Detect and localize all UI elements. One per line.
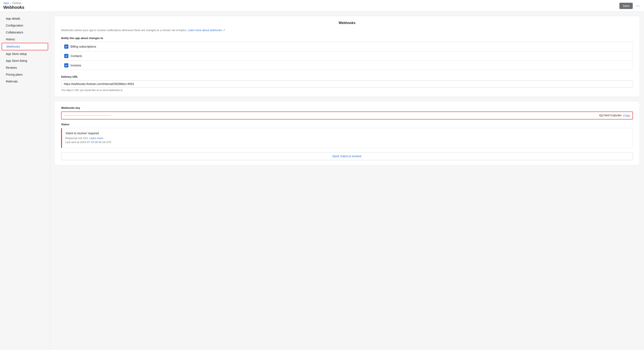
breadcrumb: Apps › Fivetran <box>3 2 24 5</box>
breadcrumb-apps[interactable]: Apps <box>3 2 9 5</box>
billing-checkbox-checked <box>64 45 68 49</box>
status-response-detail: Response not 2XX. Learn more <box>65 137 630 140</box>
status-error-title: 'Intent to receive' required <box>65 132 630 135</box>
learn-more-webhooks-link[interactable]: Learn more about webhooks ↗ <box>188 29 225 32</box>
copy-key-button[interactable]: Copy <box>623 114 630 117</box>
contacts-label: Contacts <box>70 54 82 58</box>
sidebar-item-history[interactable]: History <box>2 36 48 43</box>
webhooks-key-field: •••••••••••••••••••••••••••••• lQzYWXYUq… <box>61 111 633 119</box>
sidebar-item-app-store-listing[interactable]: App Store listing <box>2 57 48 64</box>
send-intent-button[interactable]: Send 'Intent to receive' <box>61 152 633 160</box>
sidebar-item-reviews[interactable]: Reviews <box>2 64 48 71</box>
page-title: Webhooks <box>3 5 24 10</box>
breadcrumb-sep: › <box>10 2 11 5</box>
contacts-checkbox-checked <box>64 54 68 58</box>
notify-label: Notify this app about changes to <box>61 37 633 40</box>
webhooks-section-title: Webhooks <box>61 21 633 25</box>
top-bar: Apps › Fivetran Webhooks Save ⋯ <box>0 0 644 12</box>
checkmark-icon <box>65 64 68 67</box>
sidebar-item-pricing-plans[interactable]: Pricing plans <box>2 71 48 78</box>
breadcrumb-fivetran: Fivetran <box>12 2 21 5</box>
save-button[interactable]: Save <box>620 3 633 9</box>
invoices-checkbox-checked <box>64 63 68 67</box>
sidebar: App details Configuration Collaborators … <box>0 12 50 350</box>
webhooks-description: Webhooks allows your app to receive noti… <box>61 28 633 32</box>
more-options-button[interactable]: ⋯ <box>634 2 641 10</box>
ellipsis-icon: ⋯ <box>635 3 640 9</box>
main-content: Webhooks Webhooks allows your app to rec… <box>50 12 644 350</box>
checkmark-icon <box>65 45 68 48</box>
billing-label: Billing subscriptions <box>70 45 96 48</box>
top-bar-left: Apps › Fivetran Webhooks <box>3 2 24 10</box>
layout: App details Configuration Collaborators … <box>0 12 644 350</box>
invoices-checkbox-item[interactable]: Invoices <box>61 61 633 70</box>
delivery-url-label: Delivery URL <box>61 75 633 78</box>
webhooks-key-section: Webhooks key •••••••••••••••••••••••••••… <box>54 101 640 165</box>
status-last-sent: Last sent at 2023-07-19 06:36:18 UTC <box>65 140 630 144</box>
sidebar-item-collaborators[interactable]: Collaborators <box>2 29 48 36</box>
status-box: 'Intent to receive' required Response no… <box>61 128 633 148</box>
status-label: Status <box>61 123 633 126</box>
sidebar-item-webhooks[interactable]: Webhooks <box>2 43 48 50</box>
topics-checkbox-group: Billing subscriptions Contacts <box>61 42 633 70</box>
learn-more-status-link[interactable]: Learn more <box>90 137 103 140</box>
sidebar-item-referrals[interactable]: Referrals <box>2 78 48 85</box>
top-bar-right: Save ⋯ <box>620 2 641 10</box>
webhooks-key-hidden: •••••••••••••••••••••••••••••• <box>64 114 599 117</box>
delivery-url-input[interactable] <box>61 80 633 88</box>
checkmark-icon <box>65 55 68 57</box>
billing-checkbox-item[interactable]: Billing subscriptions <box>61 42 633 51</box>
invoices-label: Invoices <box>70 64 81 67</box>
sidebar-item-configuration[interactable]: Configuration <box>2 22 48 29</box>
delivery-url-hint: The https:// URL you would like us to se… <box>61 89 633 92</box>
contacts-checkbox-item[interactable]: Contacts <box>61 51 633 61</box>
webhooks-config-section: Webhooks Webhooks allows your app to rec… <box>54 16 640 97</box>
webhooks-key-label: Webhooks key <box>61 106 633 109</box>
sidebar-item-app-details[interactable]: App details <box>2 15 48 22</box>
sidebar-item-app-store-setup[interactable]: App Store setup <box>2 51 48 57</box>
webhooks-key-partial: lQzYWXYUq5zWv <box>599 114 622 117</box>
